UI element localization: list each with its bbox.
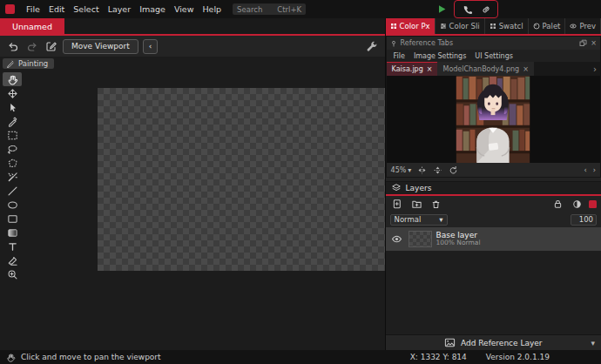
document-tab-unnamed[interactable]: Unnamed — [0, 18, 64, 34]
tool-transform-button[interactable] — [3, 86, 22, 100]
tool-rectangle-button[interactable] — [3, 212, 22, 226]
menu-select[interactable]: Select — [69, 4, 103, 14]
opacity-input[interactable]: 100 — [571, 214, 597, 226]
dock-tab-preview[interactable]: Prev — [565, 18, 601, 34]
reference-docker-header[interactable]: Reference Tabs × — [387, 37, 600, 50]
undo-icon — [7, 40, 19, 52]
dock-tab-label: Swatcl — [499, 22, 523, 30]
dock-tab-bar: Color Px Color Sli Swatcl Palet Prev — [386, 18, 601, 36]
cursor-icon — [7, 102, 18, 113]
reference-tab-modelchan[interactable]: ModelChanBody4.png × — [437, 62, 533, 76]
rotate-icon[interactable] — [449, 165, 458, 175]
dock-tab-color-sliders[interactable]: Color Sli — [436, 18, 485, 34]
reference-tabs-overflow-button[interactable]: › — [590, 62, 600, 76]
opacity-value: 100 — [579, 215, 593, 224]
tool-line-button[interactable] — [3, 184, 22, 198]
panel-collapse-chevron[interactable]: ▾ — [591, 339, 595, 347]
redo-button[interactable] — [24, 39, 39, 54]
reference-image-viewport[interactable] — [387, 76, 600, 163]
layer-color-tag-button[interactable] — [589, 200, 597, 208]
reference-controls: 45% ▾ ‹ › — [387, 163, 600, 177]
flip-horizontal-icon[interactable] — [417, 165, 427, 175]
menubar: File Edit Select Layer Image View Help S… — [0, 0, 601, 18]
tool-text-button[interactable] — [3, 239, 22, 253]
move-viewport-button[interactable]: Move Viewport — [63, 39, 138, 54]
add-layer-icon — [392, 199, 403, 210]
blend-mode-select[interactable]: Normal ▾ — [390, 214, 448, 226]
lock-icon — [552, 199, 564, 210]
document-tab-bar: Unnamed — [0, 18, 385, 36]
search-shortcut: Ctrl+K — [277, 5, 301, 14]
palette-icon — [533, 23, 540, 30]
move-viewport-label: Move Viewport — [71, 42, 130, 51]
add-layer-button[interactable] — [390, 197, 405, 212]
undo-button[interactable] — [5, 39, 20, 54]
dock-tab-swatches[interactable]: Swatcl — [485, 18, 529, 34]
menu-edit[interactable]: Edit — [44, 4, 69, 14]
tool-gradient-button[interactable] — [3, 226, 22, 239]
search-placeholder: Search — [237, 5, 262, 14]
edit-mode-button[interactable] — [44, 39, 58, 54]
layers-toolbar-right — [550, 197, 597, 212]
alpha-lock-button[interactable] — [570, 197, 584, 212]
painting-mode-label: Painting — [18, 59, 48, 68]
tool-lasso-button[interactable] — [3, 142, 22, 156]
menu-view[interactable]: View — [170, 4, 199, 14]
lock-layer-button[interactable] — [550, 197, 565, 212]
reference-next-button[interactable]: › — [593, 166, 596, 174]
docker-close-icon[interactable]: × — [591, 39, 597, 47]
tab-close-icon[interactable]: × — [523, 65, 529, 73]
collapse-toolbar-button[interactable]: ‹ — [143, 39, 159, 54]
menu-help[interactable]: Help — [198, 4, 226, 14]
tool-select-button[interactable] — [3, 100, 22, 114]
tool-eraser-button[interactable] — [3, 253, 22, 267]
layers-icon — [391, 183, 402, 193]
eraser-icon — [7, 255, 18, 266]
tool-pan-button[interactable] — [3, 72, 22, 86]
link-icon — [481, 4, 491, 15]
reference-tab-kaisa[interactable]: Kaisa.jpg × — [387, 62, 438, 76]
redo-icon — [26, 40, 38, 52]
call-button[interactable] — [459, 2, 474, 17]
add-reference-layer-button[interactable]: Add Reference Layer ▾ — [386, 334, 601, 350]
layer-row-base[interactable]: Base layer 100% Normal — [386, 227, 601, 251]
tool-ellipse-button[interactable] — [3, 198, 22, 212]
dock-tab-palette[interactable]: Palet — [529, 18, 566, 34]
preview-eye-icon — [570, 23, 577, 30]
tab-close-icon[interactable]: × — [427, 65, 433, 73]
add-group-button[interactable] — [409, 197, 424, 212]
reference-tab-label: ModelChanBody4.png — [442, 65, 519, 73]
menu-layer[interactable]: Layer — [104, 4, 136, 14]
left-column: Unnamed Move Viewport ‹ — [0, 18, 385, 350]
reference-menu-ui-settings[interactable]: UI Settings — [475, 52, 513, 60]
delete-layer-button[interactable] — [429, 197, 443, 212]
tool-rect-select-button[interactable] — [3, 128, 22, 142]
version-label: Version 2.0.1.19 — [486, 353, 550, 361]
app-window: File Edit Select Layer Image View Help S… — [0, 0, 601, 364]
reference-menu-file[interactable]: File — [394, 52, 405, 60]
canvas[interactable] — [98, 88, 385, 271]
reference-menu-image-settings[interactable]: Image Settings — [414, 52, 466, 60]
line-icon — [7, 185, 18, 197]
search-input[interactable]: Search Ctrl+K — [233, 3, 306, 15]
pan-hand-status-icon — [6, 353, 16, 362]
menu-image[interactable]: Image — [135, 4, 170, 14]
layer-visibility-button[interactable] — [389, 232, 404, 246]
flip-vertical-icon[interactable] — [433, 165, 442, 175]
menu-file[interactable]: File — [22, 4, 44, 14]
sliders-icon — [440, 23, 447, 30]
tool-pen-button[interactable] — [3, 114, 22, 128]
toolbar-settings-button[interactable] — [365, 39, 380, 54]
play-button[interactable] — [435, 2, 449, 17]
link-button[interactable] — [478, 2, 493, 17]
add-folder-icon — [411, 199, 422, 210]
tool-polygon-select-button[interactable] — [3, 156, 22, 170]
dock-tab-color-picker[interactable]: Color Px — [386, 18, 436, 34]
reference-zoom-dropdown[interactable]: 45% ▾ — [391, 166, 412, 174]
tool-zoom-button[interactable] — [3, 267, 22, 281]
tool-magic-wand-button[interactable] — [3, 170, 22, 184]
layers-docker-header[interactable]: Layers — [386, 182, 601, 196]
zoom-icon — [7, 269, 18, 280]
painting-mode-badge[interactable]: Painting — [3, 58, 54, 69]
reference-prev-button[interactable]: ‹ — [584, 166, 587, 174]
